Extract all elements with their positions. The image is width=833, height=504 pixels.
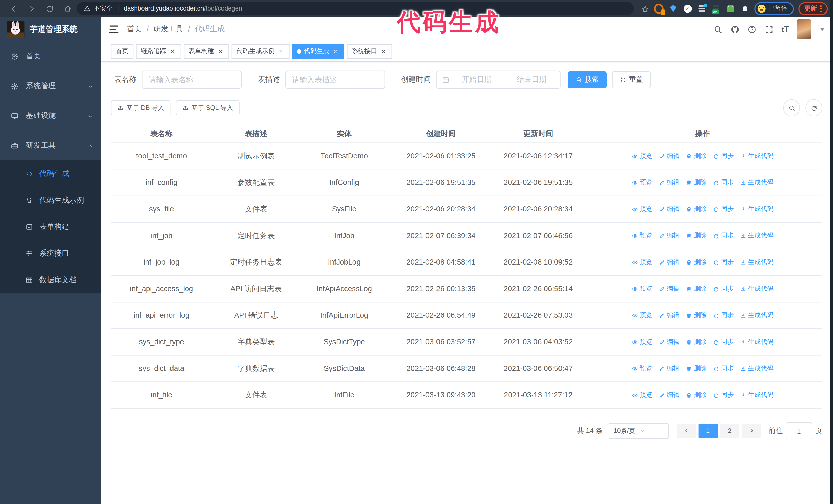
date-range-picker[interactable]: 开始日期 - 结束日期 (436, 71, 561, 89)
action-generate-code[interactable]: 生成代码 (740, 151, 774, 161)
action-edit[interactable]: 编辑 (659, 284, 680, 294)
action-preview[interactable]: 预览 (632, 337, 652, 347)
reset-button[interactable]: 重置 (612, 71, 651, 88)
action-sync[interactable]: 同步 (713, 204, 734, 214)
search-icon[interactable] (714, 25, 722, 33)
search-button[interactable]: 搜索 (568, 71, 607, 88)
sidebar-item-基础设施[interactable]: 基础设施 (0, 101, 101, 131)
sidebar-item-代码生成[interactable]: 代码生成 (0, 161, 101, 187)
sidebar-item-数据库文档[interactable]: 数据库文档 (0, 267, 101, 293)
refresh-table-button[interactable] (805, 99, 822, 116)
extension-switch-icon[interactable]: on (711, 4, 721, 13)
action-generate-code[interactable]: 生成代码 (740, 363, 774, 374)
toggle-search-button[interactable] (783, 99, 800, 116)
fullscreen-icon[interactable] (765, 25, 774, 33)
action-generate-code[interactable]: 生成代码 (740, 284, 774, 294)
close-icon[interactable]: × (332, 48, 339, 55)
page-button-1[interactable]: 1 (698, 424, 718, 438)
prev-page-button[interactable] (677, 424, 696, 438)
goto-page-input[interactable] (786, 423, 812, 439)
user-menu-caret-icon[interactable] (820, 28, 825, 30)
extension-robot-icon[interactable] (725, 4, 735, 13)
tag-表单构建[interactable]: 表单构建 × (184, 44, 229, 59)
action-edit[interactable]: 编辑 (659, 337, 680, 347)
action-edit[interactable]: 编辑 (659, 257, 680, 267)
action-edit[interactable]: 编辑 (659, 310, 680, 320)
action-edit[interactable]: 编辑 (659, 363, 680, 374)
action-preview[interactable]: 预览 (632, 363, 652, 374)
sidebar-item-研发工具[interactable]: 研发工具 (0, 131, 101, 161)
action-generate-code[interactable]: 生成代码 (740, 177, 774, 187)
action-preview[interactable]: 预览 (632, 204, 652, 214)
action-delete[interactable]: 删除 (686, 177, 707, 187)
action-preview[interactable]: 预览 (632, 151, 652, 161)
github-icon[interactable] (731, 25, 739, 33)
action-delete[interactable]: 删除 (686, 284, 707, 294)
browser-back-icon[interactable] (8, 4, 18, 13)
browser-reload-icon[interactable] (45, 4, 54, 13)
close-icon[interactable]: × (169, 48, 176, 55)
tag-代码生成[interactable]: 代码生成 × (292, 44, 344, 59)
action-sync[interactable]: 同步 (713, 390, 734, 400)
table-desc-input[interactable] (285, 71, 385, 89)
action-delete[interactable]: 删除 (686, 310, 707, 320)
action-sync[interactable]: 同步 (713, 231, 734, 241)
action-preview[interactable]: 预览 (632, 390, 652, 400)
app-logo[interactable]: 芋道管理系统 (0, 17, 101, 41)
action-delete[interactable]: 删除 (686, 363, 707, 374)
hamburger-icon[interactable] (110, 25, 118, 33)
recorder-paused-pill[interactable]: 已暂停 (754, 2, 793, 15)
close-icon[interactable]: × (380, 48, 387, 55)
next-page-button[interactable] (742, 424, 761, 438)
browser-update-button[interactable]: 更新 (799, 2, 828, 15)
action-preview[interactable]: 预览 (632, 177, 652, 187)
end-date-placeholder[interactable]: 结束日期 (508, 75, 555, 85)
tag-链路追踪[interactable]: 链路追踪 × (136, 44, 181, 59)
sidebar-item-首页[interactable]: 首页 (0, 42, 101, 71)
action-preview[interactable]: 预览 (632, 310, 652, 320)
help-icon[interactable] (748, 25, 757, 33)
action-sync[interactable]: 同步 (713, 310, 734, 320)
browser-home-icon[interactable] (63, 4, 72, 13)
action-generate-code[interactable]: 生成代码 (740, 337, 774, 347)
sql-import-button[interactable]: 基于 SQL 导入 (176, 100, 239, 115)
start-date-placeholder[interactable]: 开始日期 (454, 75, 500, 85)
db-import-button[interactable]: 基于 DB 导入 (111, 100, 171, 115)
browser-forward-icon[interactable] (27, 4, 36, 13)
action-preview[interactable]: 预览 (632, 231, 652, 241)
tag-系统接口[interactable]: 系统接口 × (347, 44, 392, 59)
sidebar-item-表单构建[interactable]: 表单构建 (0, 214, 101, 240)
action-sync[interactable]: 同步 (713, 363, 734, 374)
extension-check-icon[interactable]: ✓ (683, 4, 692, 13)
breadcrumb-item[interactable]: 首页 (127, 24, 142, 34)
action-delete[interactable]: 删除 (686, 151, 707, 161)
bookmark-star-icon[interactable] (641, 4, 649, 13)
action-edit[interactable]: 编辑 (659, 390, 680, 400)
action-sync[interactable]: 同步 (713, 337, 734, 347)
table-name-input[interactable] (142, 71, 242, 89)
action-generate-code[interactable]: 生成代码 (740, 204, 774, 214)
sidebar-item-系统管理[interactable]: 系统管理 (0, 71, 101, 101)
action-edit[interactable]: 编辑 (659, 204, 680, 214)
action-generate-code[interactable]: 生成代码 (740, 310, 774, 320)
action-edit[interactable]: 编辑 (659, 151, 680, 161)
extension-reading-icon[interactable]: 1 (654, 4, 663, 13)
action-delete[interactable]: 删除 (686, 204, 707, 214)
action-preview[interactable]: 预览 (632, 284, 652, 294)
action-delete[interactable]: 删除 (686, 231, 707, 241)
tag-首页[interactable]: 首页 (111, 44, 133, 59)
close-icon[interactable]: × (217, 48, 224, 55)
action-generate-code[interactable]: 生成代码 (740, 231, 774, 241)
font-size-icon[interactable]: tT (782, 24, 789, 34)
address-bar[interactable]: 不安全 dashboard.yudao.iocoder.cn/tool/code… (76, 2, 634, 15)
user-avatar[interactable] (797, 19, 811, 40)
action-sync[interactable]: 同步 (713, 177, 734, 187)
sidebar-item-系统接口[interactable]: 系统接口 (0, 240, 101, 267)
action-preview[interactable]: 预览 (632, 257, 652, 267)
breadcrumb-item[interactable]: 研发工具 (153, 24, 183, 34)
action-delete[interactable]: 删除 (686, 337, 707, 347)
page-size-select[interactable]: 10条/页 (609, 423, 669, 439)
page-button-2[interactable]: 2 (720, 424, 739, 438)
sidebar-item-代码生成示例[interactable]: 代码生成示例 (0, 187, 101, 214)
extensions-puzzle-icon[interactable] (740, 4, 749, 13)
